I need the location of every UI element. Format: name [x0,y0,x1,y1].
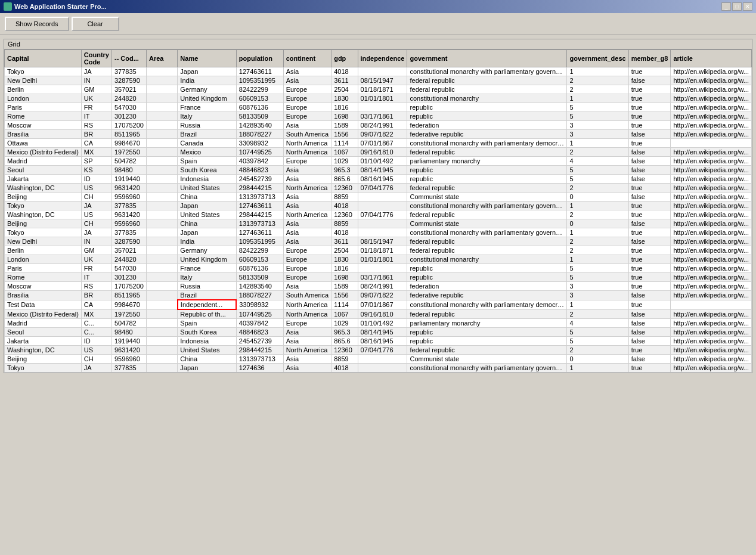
cell-population: 48846823 [236,166,283,175]
cell-independence: 01/18/1871 [358,85,407,94]
table-row[interactable]: ParisFR547030France60876136Europe1816rep… [5,264,752,273]
col-header-continent[interactable]: continent [283,50,331,67]
cell-member_g8: false [628,291,671,300]
cell-independence: 07/04/1776 [358,210,407,219]
title-bar-controls[interactable]: _ □ ✕ [721,2,752,11]
cell-capital: Brasilia [5,291,82,300]
cell-government: constitutional monarchy with parliamenta… [407,139,567,148]
cell-continent: Asia [283,166,331,175]
table-row[interactable]: LondonUK244820United Kingdom60609153Euro… [5,94,752,103]
cell-government: federal republic [407,309,567,319]
cell-continent: Asia [283,355,331,364]
table-row[interactable]: TokyoJA377835Japan127463611Asia4018const… [5,201,752,210]
table-row[interactable]: RomeIT301230Italy58133509Europe169803/17… [5,273,752,282]
cell-government_desc: 0 [567,193,628,201]
table-row[interactable]: OttawaCA9984670Canada33098932North Ameri… [5,139,752,148]
cell-population: 142893540 [236,282,283,291]
cell-article: http://en.wikipedia.org/w... [671,346,752,355]
table-row[interactable]: Washington, DCUS9631420United States2984… [5,210,752,219]
cell-independence: 08/16/1945 [358,337,407,346]
table-row[interactable]: New DelhiIN3287590India1095351995Asia361… [5,76,752,85]
col-header-gdp[interactable]: gdp [331,50,358,67]
table-row[interactable]: MoscowRS17075200Russia142893540Asia15890… [5,282,752,291]
table-row[interactable]: ParisFR547030France60876136Europe1816rep… [5,103,752,112]
col-header-capital[interactable]: Capital [5,50,82,67]
col-header-government-desc[interactable]: government_desc [567,50,628,67]
table-row[interactable]: Washington, DCUS9631420United States2984… [5,346,752,355]
show-records-button[interactable]: Show Records [5,17,69,31]
col-header-independence[interactable]: independence [358,50,407,67]
table-row[interactable]: TokyoJA377835Japan127463611Asia4018const… [5,228,752,237]
col-header-code[interactable]: -- Cod... [111,50,146,67]
cell-government_desc: 5 [567,166,628,175]
restore-button[interactable]: □ [732,2,742,11]
col-header-member-g8[interactable]: member_g8 [628,50,671,67]
table-row[interactable]: MoscowRS17075200Russia142893540Asia15890… [5,121,752,130]
cell-gdp: 1556 [331,130,358,139]
col-header-name[interactable]: Name [178,50,236,67]
close-button[interactable]: ✕ [743,2,752,11]
col-header-area[interactable]: Area [146,50,177,67]
cell-capital: Seoul [5,166,82,175]
table-row[interactable]: MadridSP504782Spain40397842Europe102901/… [5,157,752,166]
cell-population: 48846823 [236,328,283,337]
minimize-button[interactable]: _ [721,2,731,11]
col-header-country[interactable]: CountryCode [81,50,111,67]
table-row[interactable]: BeijingCH9596960China1313973713Asia8859C… [5,355,752,364]
cell-government: federative republic [407,130,567,139]
table-row[interactable]: JakartaID1919440Indonesia245452739Asia86… [5,337,752,346]
table-row[interactable]: TokyoJA377835Japan127463611Asia4018const… [5,67,752,76]
table-row[interactable]: BrasiliaBR8511965Brazil188078227South Am… [5,291,752,300]
cell-country: IN [81,237,111,246]
cell-member_g8: false [628,76,671,85]
cell-area [146,328,177,337]
table-row[interactable]: Mexico (Distrito Federal)MX1972550Mexico… [5,148,752,157]
table-row[interactable]: BerlinGM357021Germany82422299Europe25040… [5,246,752,255]
cell-code: 377835 [111,201,146,210]
cell-population: 1313973713 [236,193,283,201]
table-row[interactable]: Washington, DCUS9631420United States2984… [5,184,752,193]
cell-government_desc: 3 [567,282,628,291]
cell-member_g8: false [628,219,671,228]
table-row[interactable]: MadridC...504782Spain40397842Europe10290… [5,319,752,328]
cell-article: http://en.wikipedia.org/w... [671,328,752,337]
cell-continent: Europe [283,85,331,94]
table-row[interactable]: BeijingCH9596960China1313973713Asia8859C… [5,219,752,228]
cell-code: 9631420 [111,346,146,355]
cell-member_g8: true [628,273,671,282]
table-row[interactable]: JakartaID1919440Indonesia245452739Asia86… [5,175,752,184]
cell-continent: Europe [283,103,331,112]
cell-population: 107449525 [236,309,283,319]
cell-name: Indonesia [178,175,236,184]
cell-continent: Asia [283,219,331,228]
cell-independence: 08/16/1945 [358,175,407,184]
cell-article: http://en.wikipedia.org/w... [671,246,752,255]
cell-gdp: 1698 [331,273,358,282]
clear-button[interactable]: Clear [72,17,119,31]
table-row[interactable]: BerlinGM357021Germany82422299Europe25040… [5,85,752,94]
table-row[interactable]: BrasiliaBR8511965Brazil188078227South Am… [5,130,752,139]
table-row[interactable]: New DelhiIN3287590India1095351995Asia361… [5,237,752,246]
table-row[interactable]: TokyoJA377835Japan1274636Asia4018constit… [5,364,752,373]
table-row[interactable]: SeoulKS98480South Korea48846823Asia965.3… [5,166,752,175]
table-row[interactable]: LondonUK244820United Kingdom60609153Euro… [5,255,752,264]
col-header-population[interactable]: population [236,50,283,67]
table-row[interactable]: Test DataCA9984670Independent...Independ… [5,300,752,309]
cell-continent: North America [283,300,331,309]
cell-continent: North America [283,210,331,219]
table-row[interactable]: RomeIT301230Italy58133509Europe169803/17… [5,112,752,121]
cell-government_desc: 2 [567,237,628,246]
col-header-article[interactable]: article [671,50,752,67]
grid-wrapper[interactable]: Capital CountryCode -- Cod... Area Name … [4,49,752,373]
table-row[interactable]: SeoulC...98480South Korea48846823Asia965… [5,328,752,337]
cell-government_desc: 3 [567,130,628,139]
cell-country: IN [81,76,111,85]
col-header-government[interactable]: government [407,50,567,67]
cell-government: federation [407,121,567,130]
table-row[interactable]: BeijingCH9596960China1313973713Asia8859C… [5,193,752,201]
cell-government: federal republic [407,148,567,157]
cell-continent: Europe [283,157,331,166]
table-row[interactable]: Mexico (Distrito Federal)MX1972550Republ… [5,309,752,319]
cell-country: CA [81,139,111,148]
cell-article: http://en.wikipedia.org/w... [671,130,752,139]
